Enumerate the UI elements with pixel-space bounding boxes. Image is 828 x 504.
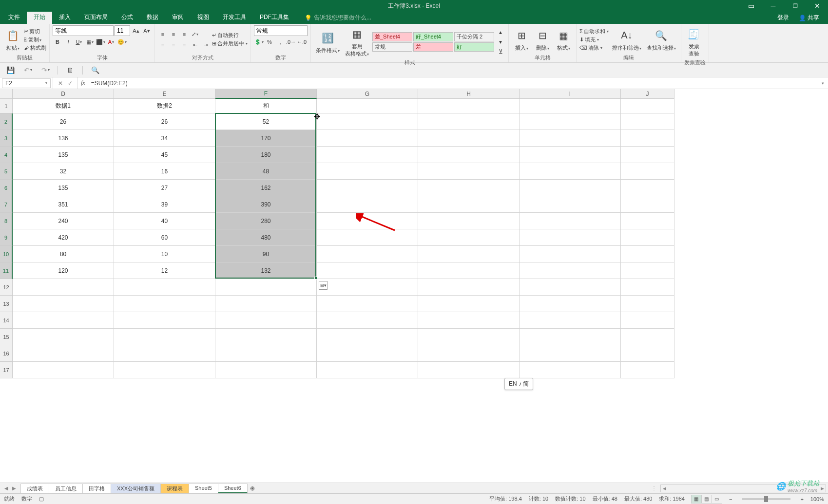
page-layout-view-icon[interactable]: ▤ — [701, 495, 712, 504]
cell-G7[interactable] — [317, 196, 418, 213]
orientation-icon[interactable]: ⤢ — [190, 29, 200, 39]
cell-J10[interactable] — [621, 246, 674, 262]
sheet-tab-Sheet6[interactable]: Sheet6 — [218, 484, 248, 493]
cell-I10[interactable] — [520, 246, 621, 262]
increase-indent-icon[interactable]: ⇥ — [201, 40, 211, 50]
col-header-H[interactable]: H — [418, 89, 520, 99]
cell-E1[interactable]: 数据2 — [114, 99, 215, 113]
style-scroll-down-icon[interactable]: ▾ — [496, 37, 505, 47]
number-format-combo[interactable] — [254, 25, 308, 36]
share-button[interactable]: 👤 共享 — [794, 12, 824, 24]
scroll-right-icon[interactable]: ▶ — [819, 486, 826, 491]
cell-F13[interactable] — [215, 296, 317, 312]
cell-H13[interactable] — [418, 296, 520, 312]
cell-E11[interactable]: 12 — [114, 262, 215, 279]
row-header-4[interactable]: 4 — [0, 147, 13, 163]
col-header-I[interactable]: I — [520, 89, 621, 99]
cut-button[interactable]: ✂剪切 — [24, 28, 46, 35]
cell-G2[interactable] — [317, 113, 418, 130]
cell-F1[interactable]: 和 — [215, 99, 317, 113]
cell-G9[interactable] — [317, 229, 418, 246]
cell-H17[interactable] — [418, 362, 520, 378]
cell-H16[interactable] — [418, 345, 520, 362]
spreadsheet-area[interactable]: DEFGHIJ1数据1数据2和2262652313634170413545180… — [0, 89, 828, 483]
cell-E14[interactable] — [114, 312, 215, 329]
cell-E6[interactable]: 27 — [114, 180, 215, 196]
select-all-corner[interactable] — [0, 89, 13, 99]
tab-pdf-tools[interactable]: PDF工具集 — [253, 11, 296, 24]
col-header-J[interactable]: J — [621, 89, 674, 99]
format-painter-button[interactable]: 🖌格式刷 — [24, 44, 46, 52]
cell-I13[interactable] — [520, 296, 621, 312]
cell-H7[interactable] — [418, 196, 520, 213]
cell-F5[interactable]: 48 — [215, 163, 317, 180]
cell-style-good[interactable]: 好 — [454, 42, 494, 52]
sheet-nav-next-icon[interactable]: ▶ — [11, 485, 18, 491]
sheet-tab-课程表[interactable]: 课程表 — [160, 484, 189, 493]
tab-insert[interactable]: 插入 — [52, 11, 77, 24]
autosum-button[interactable]: Σ自动求和 — [579, 28, 609, 35]
macro-record-icon[interactable]: ▢ — [39, 496, 44, 502]
cell-G8[interactable] — [317, 213, 418, 229]
cell-style-bad-sheet4[interactable]: 差_Sheet4 — [372, 32, 412, 41]
cell-H9[interactable] — [418, 229, 520, 246]
clear-button[interactable]: ⌫清除 — [579, 44, 609, 52]
save-icon[interactable]: 💾 — [5, 65, 16, 75]
cell-D8[interactable]: 240 — [13, 213, 114, 229]
wrap-text-button[interactable]: ↵自动换行 — [212, 32, 248, 39]
tab-home[interactable]: 开始 — [27, 11, 52, 24]
tab-view[interactable]: 视图 — [191, 11, 216, 24]
qat-print-preview-icon[interactable]: 🔍 — [90, 65, 100, 75]
cell-I1[interactable] — [520, 99, 621, 113]
cell-J1[interactable] — [621, 99, 674, 113]
expand-formula-bar-icon[interactable]: ▾ — [818, 81, 828, 86]
cell-E8[interactable]: 40 — [114, 213, 215, 229]
cell-F7[interactable]: 390 — [215, 196, 317, 213]
cell-G15[interactable] — [317, 329, 418, 345]
paste-button[interactable]: 📋 粘贴 — [3, 27, 22, 53]
cell-I3[interactable] — [520, 130, 621, 147]
redo-icon[interactable]: ↷ — [40, 65, 51, 75]
fx-icon[interactable]: fx — [78, 79, 88, 87]
row-header-9[interactable]: 9 — [0, 229, 13, 246]
cell-H11[interactable] — [418, 262, 520, 279]
cell-H6[interactable] — [418, 180, 520, 196]
cell-E4[interactable]: 45 — [114, 147, 215, 163]
row-header-15[interactable]: 15 — [0, 329, 13, 345]
col-header-D[interactable]: D — [13, 89, 114, 99]
cell-D13[interactable] — [13, 296, 114, 312]
row-header-8[interactable]: 8 — [0, 213, 13, 229]
cell-J15[interactable] — [621, 329, 674, 345]
tab-formulas[interactable]: 公式 — [115, 11, 140, 24]
increase-font-icon[interactable]: A▴ — [131, 26, 141, 36]
name-box[interactable]: F2 ▾ — [2, 78, 51, 88]
style-more-icon[interactable]: ⊻ — [496, 47, 505, 56]
cell-E7[interactable]: 39 — [114, 196, 215, 213]
align-middle-icon[interactable]: ≡ — [169, 29, 178, 39]
cell-I9[interactable] — [520, 229, 621, 246]
cell-style-good-sheet4[interactable]: 好_Sheet4 — [413, 32, 453, 41]
row-header-10[interactable]: 10 — [0, 246, 13, 262]
qat-icon-1[interactable]: 🗎 — [65, 65, 76, 75]
cell-F3[interactable]: 170 — [215, 130, 317, 147]
cell-J6[interactable] — [621, 180, 674, 196]
phonetic-button[interactable]: 😊 — [117, 37, 127, 47]
login-button[interactable]: 登录 — [772, 12, 794, 24]
cell-H2[interactable] — [418, 113, 520, 130]
col-header-E[interactable]: E — [114, 89, 215, 99]
cell-D12[interactable] — [13, 279, 114, 296]
cell-J16[interactable] — [621, 345, 674, 362]
cell-J13[interactable] — [621, 296, 674, 312]
ime-indicator[interactable]: EN ♪ 简 — [504, 378, 533, 390]
underline-button[interactable]: U — [74, 37, 84, 47]
cell-E2[interactable]: 26 — [114, 113, 215, 130]
cell-E5[interactable]: 16 — [114, 163, 215, 180]
cell-G3[interactable] — [317, 130, 418, 147]
cell-I14[interactable] — [520, 312, 621, 329]
minimize-icon[interactable]: ─ — [762, 0, 784, 12]
add-sheet-button[interactable]: ⊕ — [247, 484, 258, 493]
align-top-icon[interactable]: ≡ — [158, 29, 168, 39]
cell-J17[interactable] — [621, 362, 674, 378]
percent-icon[interactable]: % — [265, 37, 274, 47]
row-header-16[interactable]: 16 — [0, 345, 13, 362]
